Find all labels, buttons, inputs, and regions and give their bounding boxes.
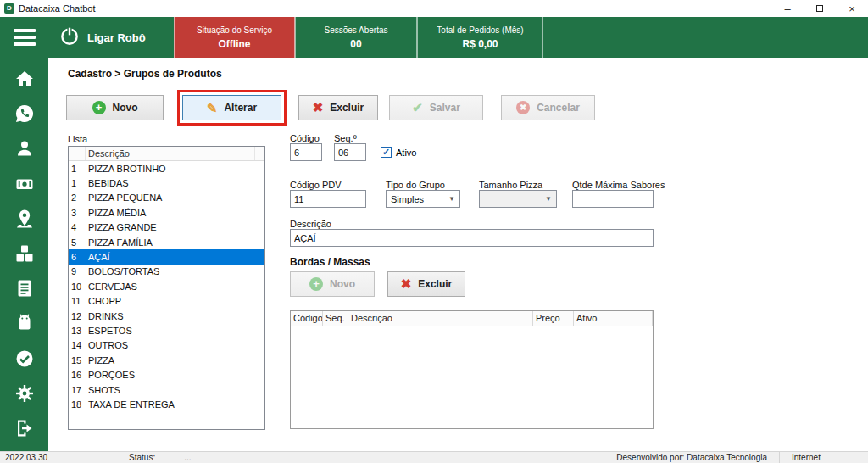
list-item[interactable]: 6AÇAÍ (69, 249, 264, 264)
main-content: Cadastro > Grupos de Produtos + Novo ✎ A… (48, 58, 868, 451)
window-title: Datacaixa Chatbot (19, 3, 96, 14)
list-item[interactable]: 4PIZZA GRANDE (69, 220, 264, 235)
product-group-list[interactable]: Descrição 1PIZZA BROTINHO1BEBIDAS2PIZZA … (68, 146, 265, 430)
bordas-table[interactable]: CódigoSeq.DescriçãoPreçoAtivo (290, 310, 654, 429)
list-item[interactable]: 17SHOTS (69, 382, 264, 397)
column-header: Código (291, 311, 323, 326)
list-scrollbar-area[interactable] (254, 147, 264, 160)
excluir-button[interactable]: ✖ Excluir (298, 95, 378, 120)
power-toggle-button[interactable]: Ligar Robô (48, 17, 174, 58)
sidebar-nav (0, 58, 48, 451)
sidebar-item-products[interactable] (12, 241, 37, 266)
android-icon (14, 313, 35, 333)
restore-icon (816, 5, 823, 12)
column-header: Seq. (323, 311, 348, 326)
list-item[interactable]: 13ESPETOS (69, 323, 264, 337)
list-header-number (69, 147, 86, 160)
bordas-novo-button[interactable]: + Novo (290, 271, 375, 297)
check-icon: ✔ (412, 100, 423, 115)
minimize-button[interactable]: – (771, 0, 804, 17)
sidebar-item-android[interactable] (12, 310, 37, 336)
checkbox-check-icon: ✓ (381, 147, 392, 158)
list-item[interactable]: 5PIZZA FAMÍLIA (69, 235, 264, 249)
service-status-panel: Situação do Serviço Offline (174, 17, 295, 58)
list-item[interactable]: 3PIZZA MÉDIA (69, 205, 264, 220)
salvar-button[interactable]: ✔ Salvar (389, 95, 483, 120)
codigo-input[interactable] (290, 143, 322, 161)
salvar-button-label: Salvar (430, 102, 460, 114)
title-bar: D Datacaixa Chatbot – × (0, 0, 868, 17)
breadcrumb: Cadastro > Grupos de Produtos (68, 68, 222, 80)
sidebar-item-payments[interactable] (12, 171, 37, 197)
novo-button[interactable]: + Novo (66, 95, 164, 120)
list-item[interactable]: 9BOLOS/TORTAS (69, 265, 264, 279)
list-item[interactable]: 2PIZZA PEQUENA (69, 191, 264, 205)
sidebar-item-settings[interactable] (12, 381, 37, 406)
tipo-grupo-label: Tipo do Grupo (386, 180, 445, 190)
list-item[interactable]: 16PORÇOES (69, 367, 264, 382)
list-item[interactable]: 1PIZZA BROTINHO (69, 161, 264, 176)
sidebar-item-exit[interactable] (12, 416, 37, 441)
tamanho-pizza-label: Tamanho Pizza (479, 180, 542, 190)
map-pin-icon (14, 209, 35, 229)
sidebar-item-home[interactable] (12, 66, 37, 92)
cancelar-button[interactable]: ✖ Cancelar (501, 95, 595, 120)
whatsapp-icon (14, 103, 35, 124)
list-header: Descrição (69, 147, 264, 161)
maximize-button[interactable] (804, 0, 836, 17)
service-status-value: Offline (219, 38, 251, 50)
descricao-input[interactable] (290, 229, 654, 247)
qtde-max-sabores-input[interactable] (572, 190, 654, 208)
cancel-icon: ✖ (516, 101, 530, 114)
cancelar-button-label: Cancelar (537, 102, 580, 114)
excluir-button-label: Excluir (330, 102, 364, 114)
service-status-title: Situação do Serviço (197, 25, 272, 35)
product-list-body: 1PIZZA BROTINHO1BEBIDAS2PIZZA PEQUENA3PI… (69, 161, 264, 412)
list-item[interactable]: 1BEBIDAS (69, 176, 264, 190)
network-status: Internet (780, 452, 868, 463)
developer-credit: Desenvolvido por: Datacaixa Tecnologia (604, 452, 780, 463)
ativo-checkbox[interactable]: ✓ Ativo (381, 147, 416, 158)
open-sessions-value: 00 (350, 38, 361, 50)
status-value: ... (184, 453, 191, 462)
codigo-pdv-label: Código PDV (290, 180, 342, 190)
bordas-novo-label: Novo (330, 278, 355, 290)
sidebar-item-orders[interactable] (12, 276, 37, 301)
column-header: Preço (533, 311, 574, 326)
chevron-down-icon: ▼ (545, 195, 552, 203)
header-bar: Ligar Robô Situação do Serviço Offline S… (0, 17, 868, 58)
list-item[interactable]: 15PIZZA (69, 353, 264, 367)
list-item[interactable]: 11CHOPP (69, 294, 264, 309)
sidebar-item-map[interactable] (12, 206, 37, 232)
column-header-filler (609, 311, 653, 326)
x-icon: ✖ (401, 276, 412, 292)
list-header-description: Descrição (86, 148, 254, 159)
bordas-table-header: CódigoSeq.DescriçãoPreçoAtivo (291, 311, 653, 326)
tipo-grupo-select[interactable]: Simples ▼ (386, 190, 460, 208)
version-text: 2022.03.30 (5, 453, 47, 462)
list-item[interactable]: 14OUTROS (69, 338, 264, 353)
power-label: Ligar Robô (87, 31, 146, 44)
clipboard-icon (14, 278, 35, 298)
bordas-excluir-label: Excluir (418, 278, 452, 290)
seq-input[interactable] (334, 143, 366, 161)
hamburger-menu-button[interactable] (0, 17, 48, 58)
plus-icon: + (92, 101, 106, 114)
list-item[interactable]: 10CERVEJAS (69, 279, 264, 293)
sidebar-item-whatsapp[interactable] (12, 101, 37, 126)
sidebar-item-validate[interactable] (12, 346, 37, 371)
alterar-button[interactable]: ✎ Alterar (182, 95, 281, 120)
list-item[interactable]: 18TAXA DE ENTREGA (69, 397, 264, 411)
bordas-excluir-button[interactable]: ✖ Excluir (387, 271, 465, 297)
orders-total-title: Total de Pedidos (Mês) (437, 25, 523, 35)
close-button[interactable]: × (836, 0, 868, 17)
tamanho-pizza-select[interactable]: ▼ (479, 190, 557, 208)
list-item[interactable]: 12DRINKS (69, 309, 264, 323)
power-icon (58, 25, 81, 50)
tipo-grupo-value: Simples (391, 194, 424, 204)
gear-icon (14, 383, 35, 404)
qtde-max-sabores-label: Qtde Máxima Sabores (572, 180, 665, 190)
sidebar-item-contacts[interactable] (12, 136, 37, 161)
codigo-pdv-input[interactable] (290, 190, 366, 208)
alterar-button-label: Alterar (224, 102, 257, 114)
